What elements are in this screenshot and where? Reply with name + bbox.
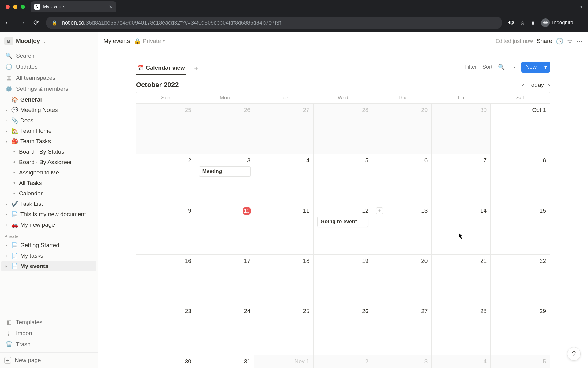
calendar-cell[interactable]: 31 <box>195 355 254 368</box>
view-tab-calendar[interactable]: 📅 Calendar view <box>136 61 186 75</box>
close-tab-button[interactable]: ✕ <box>109 4 113 10</box>
filter-button[interactable]: Filter <box>465 64 477 70</box>
calendar-cell[interactable]: 4 <box>254 154 314 204</box>
reload-button[interactable]: ⟳ <box>32 19 40 27</box>
incognito-badge[interactable]: Incognito <box>541 18 573 27</box>
calendar-cell[interactable]: 12Going to event <box>314 204 373 254</box>
sidebar-item-board-assignee[interactable]: •Board · By Assignee <box>1 157 96 167</box>
calendar-cell[interactable]: Nov 1 <box>254 355 314 368</box>
add-view-button[interactable]: ＋ <box>190 63 202 73</box>
sidebar-item-my-events[interactable]: ▸📄My events <box>1 261 96 271</box>
calendar-cell[interactable]: 11 <box>254 204 314 254</box>
next-month-button[interactable]: › <box>548 82 550 88</box>
forward-button[interactable]: → <box>18 19 26 27</box>
calendar-cell[interactable]: 3Meeting <box>195 154 254 204</box>
calendar-cell[interactable]: 27 <box>254 104 314 154</box>
calendar-cell[interactable]: 29 <box>491 305 550 355</box>
sidebar-item-getting-started[interactable]: ▸📄Getting Started <box>1 240 96 251</box>
new-record-dropdown[interactable]: ▾ <box>541 62 550 73</box>
maximize-window-button[interactable] <box>21 5 25 9</box>
calendar-cell[interactable]: 28 <box>314 104 373 154</box>
calendar-cell[interactable]: 23 <box>136 305 195 355</box>
calendar-cell[interactable]: 21 <box>432 255 491 305</box>
sidebar-item-meeting-notes[interactable]: ▸💬Meeting Notes <box>1 105 96 115</box>
breadcrumb[interactable]: My events <box>104 38 130 44</box>
sidebar-item-all-tasks[interactable]: •All Tasks <box>1 178 96 188</box>
chevron-right-icon[interactable]: ▸ <box>4 243 9 247</box>
more-menu-icon[interactable]: ⋯ <box>576 37 582 45</box>
calendar-cell[interactable]: Oct 1 <box>491 104 550 154</box>
sidebar-search[interactable]: 🔍Search <box>1 50 96 61</box>
calendar-cell[interactable]: 17 <box>195 255 254 305</box>
sidebar-teamspaces[interactable]: ▦All teamspaces <box>1 72 96 83</box>
favorite-star-icon[interactable]: ☆ <box>567 37 573 45</box>
new-page-button[interactable]: ＋New page <box>0 352 98 368</box>
calendar-cell[interactable]: 30 <box>432 104 491 154</box>
calendar-cell[interactable]: 2 <box>314 355 373 368</box>
sidebar-updates[interactable]: 🕓Updates <box>1 61 96 72</box>
address-bar[interactable]: 🔒 notion.so/36d8a1be657e49d0940178c18eac… <box>46 17 502 29</box>
browser-tab[interactable]: N My events ✕ <box>31 1 116 12</box>
chevron-right-icon[interactable]: ▸ <box>4 223 9 227</box>
calendar-event[interactable]: Meeting <box>199 166 251 177</box>
calendar-cell[interactable]: 15 <box>491 204 550 254</box>
more-view-options-icon[interactable]: ⋯ <box>510 64 516 71</box>
calendar-cell[interactable]: 25 <box>136 104 195 154</box>
calendar-cell[interactable]: 30 <box>136 355 195 368</box>
calendar-cell[interactable]: 9 <box>136 204 195 254</box>
sidebar-item-my-new-page[interactable]: ▸🚗My new page <box>1 220 96 230</box>
chevron-right-icon[interactable]: ▸ <box>4 108 9 112</box>
chevron-down-icon[interactable]: ▾ <box>4 139 9 144</box>
calendar-cell[interactable]: 5 <box>314 154 373 204</box>
calendar-cell[interactable]: 26 <box>195 104 254 154</box>
chevron-right-icon[interactable]: ▸ <box>4 212 9 217</box>
sidebar-item-docs[interactable]: ▸📎Docs <box>1 115 96 126</box>
calendar-cell[interactable]: 13＋ <box>372 204 432 254</box>
sidebar-import[interactable]: ⭳Import <box>1 328 96 339</box>
calendar-cell[interactable]: 7 <box>432 154 491 204</box>
sidebar-item-new-document[interactable]: ▸📄This is my new document <box>1 209 96 220</box>
calendar-cell[interactable]: 18 <box>254 255 314 305</box>
search-icon[interactable]: 🔍 <box>498 64 505 71</box>
chevron-right-icon[interactable]: ▸ <box>4 264 9 268</box>
sidebar-item-my-tasks[interactable]: ▸📄My tasks <box>1 251 96 261</box>
calendar-cell[interactable]: 6 <box>372 154 432 204</box>
tab-overflow-button[interactable]: ▾ <box>580 4 586 9</box>
chevron-right-icon[interactable]: ▸ <box>4 254 9 258</box>
add-event-button[interactable]: ＋ <box>376 207 383 214</box>
chevron-right-icon[interactable]: ▸ <box>4 118 9 123</box>
sidebar-item-general[interactable]: 🏠General <box>1 94 96 105</box>
calendar-cell[interactable]: 28 <box>432 305 491 355</box>
calendar-cell[interactable]: 19 <box>314 255 373 305</box>
calendar-cell[interactable]: 27 <box>372 305 432 355</box>
calendar-cell[interactable]: 24 <box>195 305 254 355</box>
chevron-right-icon[interactable]: ▸ <box>4 129 9 133</box>
calendar-cell[interactable]: 20 <box>372 255 432 305</box>
today-button[interactable]: Today <box>528 82 544 88</box>
prev-month-button[interactable]: ‹ <box>522 82 524 88</box>
calendar-cell[interactable]: 25 <box>254 305 314 355</box>
calendar-cell[interactable]: 2 <box>136 154 195 204</box>
sidebar-item-calendar[interactable]: •Calendar <box>1 188 96 199</box>
calendar-cell[interactable]: 10 <box>195 204 254 254</box>
history-icon[interactable]: 🕓 <box>556 37 564 45</box>
bookmark-star-icon[interactable]: ☆ <box>520 19 525 26</box>
calendar-cell[interactable]: 14 <box>432 204 491 254</box>
calendar-event[interactable]: Going to event <box>317 217 369 227</box>
new-record-button[interactable]: New ▾ <box>521 62 550 73</box>
close-window-button[interactable] <box>6 5 10 9</box>
new-tab-button[interactable]: ＋ <box>118 2 130 11</box>
eye-off-icon[interactable]: 👁️‍🗨️ <box>508 19 514 26</box>
sidebar-trash[interactable]: 🗑️Trash <box>1 339 96 350</box>
calendar-cell[interactable]: 3 <box>372 355 432 368</box>
sidebar-item-team-home[interactable]: ▸🏡Team Home <box>1 126 96 136</box>
help-button[interactable]: ? <box>567 347 581 361</box>
calendar-cell[interactable]: 16 <box>136 255 195 305</box>
sidebar-item-assigned-to-me[interactable]: •Assigned to Me <box>1 167 96 178</box>
calendar-cell[interactable]: 5 <box>491 355 550 368</box>
calendar-cell[interactable]: 22 <box>491 255 550 305</box>
sidebar-settings[interactable]: ⚙️Settings & members <box>1 83 96 94</box>
panel-icon[interactable]: ▣ <box>530 19 536 26</box>
kebab-menu-icon[interactable]: ⋮ <box>579 19 584 26</box>
minimize-window-button[interactable] <box>13 5 17 9</box>
